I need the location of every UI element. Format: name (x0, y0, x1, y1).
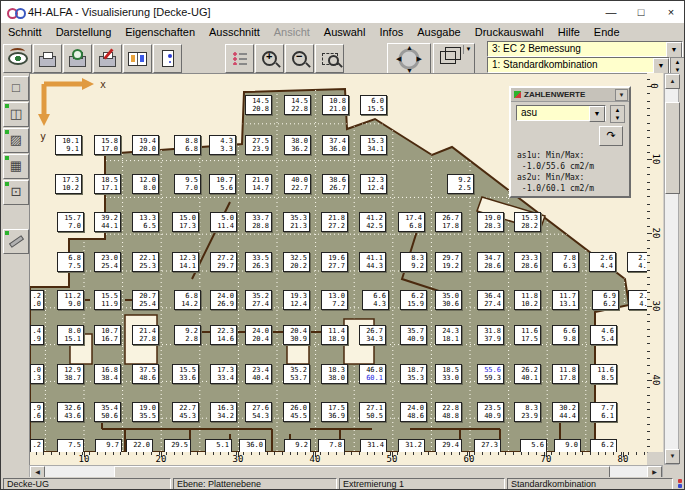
value-box: 19.627.7 (321, 252, 348, 272)
scroll-up-arrow[interactable]: ▲ (665, 74, 680, 89)
hatch-display-button[interactable]: ▨ (3, 128, 29, 153)
print-button[interactable] (33, 44, 62, 73)
vertical-scroll-thumb[interactable] (665, 102, 680, 194)
value-box: 10.19.1 (55, 135, 82, 155)
mesh-display-button[interactable]: ▦ (3, 154, 29, 179)
value-box: 24.318.1 (435, 325, 462, 345)
print-icon (39, 56, 56, 67)
value-box: 16.838.4 (94, 364, 121, 384)
value-box: 9.7 (95, 439, 122, 453)
chevron-down-icon[interactable]: ▼ (666, 42, 682, 58)
pan-navigation-pad[interactable]: ▲▼◀▶ (387, 43, 431, 74)
value-box: 5.011.4 (210, 212, 237, 232)
menu-hilfe[interactable]: Hilfe (551, 26, 587, 38)
value-box: 11.29.0 (57, 290, 84, 310)
draw-tool-button[interactable] (3, 229, 29, 254)
close-button[interactable]: × (656, 2, 685, 23)
zoomout-button[interactable] (285, 44, 314, 73)
book-button[interactable] (123, 44, 152, 73)
value-box: 16.334.2 (210, 402, 237, 422)
scroll-down-arrow[interactable]: ▼ (665, 449, 680, 464)
value-box: 10.821.0 (322, 95, 349, 115)
render-mode-icon: ◫ (10, 106, 22, 121)
view-button[interactable] (3, 44, 32, 73)
value-box: 21.014.7 (245, 174, 272, 194)
app-icon (7, 6, 23, 18)
result-type-spinner[interactable]: ▲▼ (610, 105, 625, 123)
value-box: 19.420.0 (132, 135, 159, 155)
value-box: 29.719.2 (435, 252, 462, 272)
cube-icon (440, 51, 456, 64)
value-box: 2.34.5 (628, 290, 648, 310)
value-box: 5.1 (205, 439, 232, 453)
value-box: 26.045.5 (283, 402, 310, 422)
minimize-button[interactable]: — (596, 2, 626, 23)
combination-combo[interactable]: 1: Standardkombination ▼ (487, 57, 670, 73)
value-box: 6.64.3 (362, 290, 389, 310)
refresh-button[interactable]: ↷ (599, 126, 623, 146)
view-3d-button[interactable]: ▼ (433, 43, 475, 74)
vertical-ruler: 010203040 (647, 73, 663, 452)
coordinate-axes: x y (30, 74, 120, 144)
value-box: .9.6 (30, 402, 44, 422)
panel-title-bar[interactable]: ZAHLENWERTE ▼ (511, 88, 629, 102)
maximize-button[interactable]: □ (626, 2, 656, 23)
zoomwin-button[interactable] (315, 44, 344, 73)
value-box: 9.22.5 (447, 174, 474, 194)
view-cube-button[interactable]: □ (3, 76, 29, 101)
value-box: 27.654.3 (245, 402, 272, 422)
value-box: 11.418.9 (321, 325, 348, 345)
zahlenwerte-panel[interactable]: ZAHLENWERTE ▼ asu ▼ ▲▼ ↷ as1u: Min/Max: … (509, 86, 631, 198)
value-box: 46.860.1 (359, 364, 386, 384)
value-box: 9.0 (554, 439, 581, 453)
value-box: 6.814.2 (174, 290, 201, 310)
value-box: 11.810.2 (514, 290, 541, 310)
menu-ausschnitt[interactable]: Ausschnitt (202, 26, 267, 38)
value-box: 22.314.6 (210, 325, 237, 345)
zoomin-button[interactable] (255, 44, 284, 73)
result-type-combo[interactable]: asu ▼ (516, 105, 606, 121)
menu-ende[interactable]: Ende (587, 26, 627, 38)
ruler-label: 20 (156, 454, 167, 464)
value-box: 11.617.5 (514, 325, 541, 345)
value-box: 26.240.1 (514, 364, 541, 384)
menu-ausgabe[interactable]: Ausgabe (410, 26, 467, 38)
printset-button[interactable] (93, 44, 122, 73)
chevron-down-icon[interactable]: ▼ (589, 106, 605, 122)
active-dot (5, 156, 9, 160)
render-mode-button[interactable]: ◫ (3, 102, 29, 127)
tree-button[interactable] (225, 44, 254, 73)
menu-infos[interactable]: Infos (372, 26, 410, 38)
value-box: 17.46.8 (398, 212, 425, 232)
value-box: 19.028.3 (477, 212, 504, 232)
value-display-button[interactable]: ⊡ (3, 180, 29, 205)
value-box: 22.0 (126, 439, 153, 453)
value-box: 24.020.4 (245, 325, 272, 345)
value-box: 7.8 (318, 439, 345, 453)
menu-auswahl[interactable]: Auswahl (317, 26, 373, 38)
vertical-scrollbar[interactable]: ▲ ▼ (664, 73, 679, 465)
status-field: Ebene: Plattenebene (173, 478, 337, 490)
value-box: 11.713.1 (552, 290, 579, 310)
value-box: 7.86.3 (552, 252, 579, 272)
value-box: 38.626.7 (322, 174, 349, 194)
value-box: 15.817.0 (94, 135, 121, 155)
value-box: 27.3 (474, 439, 501, 453)
ruler-label: 30 (651, 301, 661, 312)
value-box: 19.312.4 (283, 290, 310, 310)
x-axis-label: x (100, 79, 106, 90)
value-display-icon: ⊡ (11, 184, 22, 199)
menu-schnitt[interactable]: Schnitt (1, 26, 49, 38)
chevron-down-icon[interactable]: ▼ (463, 45, 473, 54)
value-box: 9.2 (284, 439, 311, 453)
value-box: 14.520.8 (245, 95, 272, 115)
panel-collapse-button[interactable]: ▼ (615, 89, 628, 101)
design-combo[interactable]: 3: EC 2 Bemessung ▼ (487, 41, 683, 57)
menu-eigenschaften[interactable]: Eigenschaften (118, 26, 202, 38)
preview-button[interactable] (63, 44, 92, 73)
menu-druckauswahl[interactable]: Druckauswahl (468, 26, 551, 38)
menu-darstellung[interactable]: Darstellung (49, 26, 119, 38)
chevron-down-icon[interactable]: ▼ (653, 58, 669, 74)
value-box: 21.827.2 (321, 212, 348, 232)
exit-button[interactable] (153, 44, 182, 73)
